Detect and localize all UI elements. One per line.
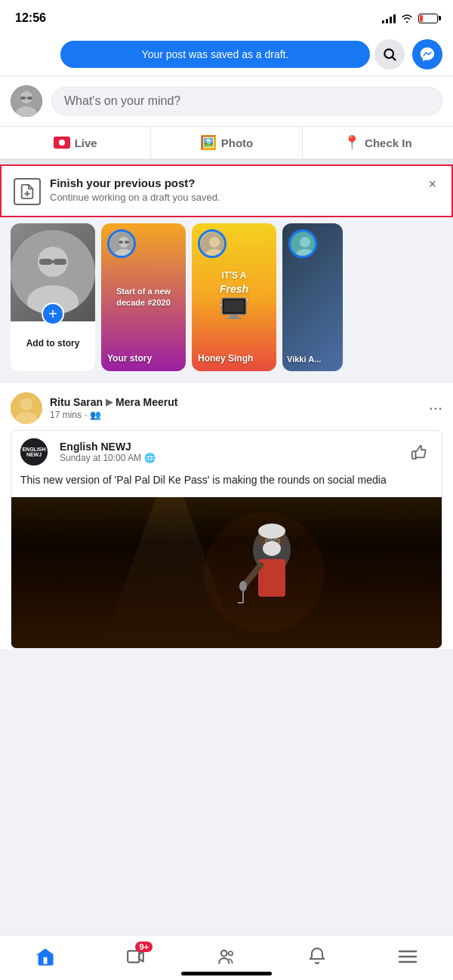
story-add-label: Add to story: [11, 321, 95, 355]
feed-more-button[interactable]: ···: [429, 398, 442, 418]
shared-post-image: [11, 497, 442, 648]
svg-point-45: [221, 950, 227, 956]
tv-icon: [220, 296, 248, 319]
nav-video[interactable]: 9+: [91, 935, 181, 977]
signal-icon: [382, 13, 396, 23]
svg-rect-17: [125, 241, 129, 244]
story-honey-card[interactable]: IT'S AFresh Start! Honey Singh: [192, 223, 276, 371]
shared-time-text: Sunday at 10:00 AM: [60, 453, 141, 463]
video-badge: 9+: [135, 942, 153, 952]
svg-point-19: [209, 237, 220, 247]
story-your-card[interactable]: Start of a newdecade #2020 Your story: [101, 223, 186, 371]
status-bar: 12:56: [0, 0, 453, 33]
nav-groups[interactable]: [181, 935, 272, 977]
svg-rect-6: [26, 97, 27, 98]
your-story-avatar: [107, 229, 136, 258]
svg-point-41: [239, 581, 247, 591]
nav-home[interactable]: [0, 935, 91, 977]
bell-icon: [308, 947, 326, 966]
feed-user-row: Ritu Saran ▶ Mera Meerut 17 mins · 👥: [11, 392, 177, 424]
story-add-button[interactable]: +: [42, 303, 64, 325]
app-header: facebook face Your post was saved as a d…: [0, 33, 453, 76]
honey-story-avatar: [198, 229, 226, 258]
search-icon: [382, 47, 397, 62]
globe-icon: 🌐: [144, 453, 156, 463]
search-button[interactable]: [374, 39, 405, 69]
svg-rect-10: [39, 259, 52, 265]
live-icon: [54, 137, 70, 149]
svg-rect-16: [119, 241, 123, 244]
menu-icon: [398, 948, 418, 965]
shared-post-card: ENGLISHNEWJ English NEWJ Sunday at 10:00…: [11, 430, 442, 649]
friends-icon: 👥: [90, 410, 101, 420]
home-indicator: [181, 972, 272, 975]
feed-card: Ritu Saran ▶ Mera Meerut 17 mins · 👥 ···…: [0, 383, 453, 649]
post-composer: What's on your mind?: [0, 76, 453, 127]
feed-location-text: Mera Meerut: [116, 396, 177, 408]
shared-post-header: ENGLISHNEWJ English NEWJ Sunday at 10:00…: [11, 431, 442, 473]
svg-rect-11: [54, 259, 66, 265]
svg-rect-24: [226, 318, 242, 319]
concert-scene: [11, 497, 442, 648]
shared-post-text: This new version of 'Pal Pal Dil Ke Pass…: [20, 473, 433, 488]
like-button[interactable]: [405, 438, 433, 465]
composer-input[interactable]: What's on your mind?: [51, 87, 442, 115]
live-button[interactable]: Live: [0, 127, 151, 158]
svg-rect-4: [20, 97, 26, 100]
feed-header: Ritu Saran ▶ Mera Meerut 17 mins · 👥 ···: [0, 383, 453, 430]
svg-rect-23: [230, 315, 238, 318]
toast-notification: Your post was saved as a draft.: [60, 41, 370, 68]
feed-username-text: Ritu Saran: [50, 396, 103, 408]
groups-icon: [217, 947, 236, 966]
draft-title: Finish your previous post?: [50, 177, 416, 189]
photo-icon: 🖼️: [200, 134, 217, 151]
svg-rect-12: [52, 260, 54, 263]
vikki-story-avatar: [288, 229, 317, 258]
checkin-button[interactable]: 📍 Check In: [303, 127, 453, 158]
svg-rect-5: [27, 97, 32, 100]
battery-icon: [418, 14, 438, 23]
svg-point-34: [258, 524, 285, 539]
messenger-button[interactable]: [412, 39, 442, 69]
avatar-image: [11, 85, 42, 117]
draft-close-button[interactable]: ×: [425, 177, 439, 192]
svg-point-38: [263, 541, 281, 556]
home-icon: [35, 947, 55, 966]
shared-source-avatar: ENGLISHNEWJ: [20, 438, 48, 465]
nav-menu[interactable]: [362, 935, 453, 977]
feed-time: 17 mins: [50, 410, 82, 420]
checkin-icon: 📍: [344, 134, 360, 151]
shared-source-name: English NEWJ: [60, 441, 405, 453]
stories-section: + Add to story Start o: [0, 217, 453, 377]
story-add-card[interactable]: + Add to story: [11, 223, 95, 371]
draft-banner: Finish your previous post? Continue work…: [0, 164, 453, 217]
story-your-label: Your story: [107, 353, 180, 364]
story-vikki-card[interactable]: Vikki A...: [282, 223, 343, 371]
thumbs-up-icon: [411, 444, 427, 460]
draft-subtitle: Continue working on a draft you saved.: [50, 192, 416, 203]
svg-point-29: [20, 398, 32, 410]
header-icons: [374, 39, 442, 69]
draft-icon: [14, 178, 41, 205]
story-honey-label: Honey Singh: [198, 353, 270, 364]
status-icons: [382, 13, 438, 23]
feed-arrow-icon: ▶: [106, 397, 112, 407]
user-avatar: [11, 85, 42, 117]
svg-point-46: [229, 951, 233, 954]
action-bar: Live 🖼️ Photo 📍 Check In: [0, 127, 453, 164]
wifi-icon: [400, 13, 414, 23]
draft-text: Finish your previous post? Continue work…: [50, 177, 416, 203]
stories-row: + Add to story Start o: [0, 223, 453, 371]
shared-post-body: This new version of 'Pal Pal Dil Ke Pass…: [11, 473, 442, 497]
status-time: 12:56: [15, 11, 46, 25]
svg-point-26: [300, 237, 310, 247]
nav-notifications[interactable]: [272, 935, 362, 977]
messenger-icon: [419, 46, 436, 63]
feed-user-avatar: [11, 392, 42, 424]
svg-rect-22: [224, 300, 244, 312]
svg-rect-44: [128, 951, 139, 962]
photo-button[interactable]: 🖼️ Photo: [151, 127, 302, 158]
